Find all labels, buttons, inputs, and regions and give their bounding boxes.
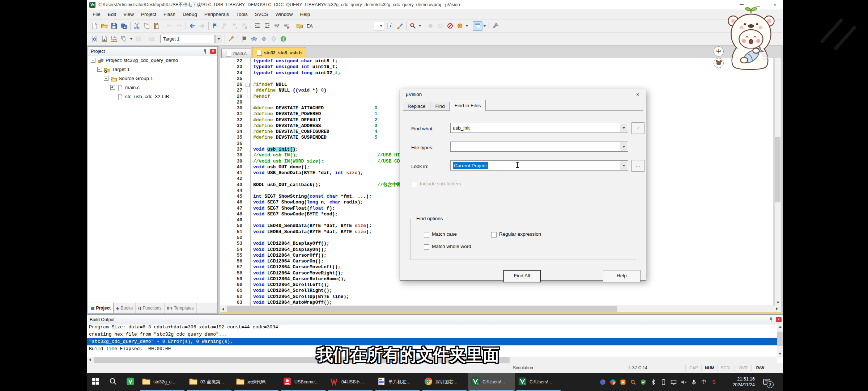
menu-item-edit[interactable]: Edit [104, 9, 120, 20]
browse-button[interactable]: ... [631, 160, 644, 172]
wand-icon[interactable] [226, 34, 236, 44]
build-vertical-scrollbar[interactable] [777, 324, 783, 357]
find-what-combobox[interactable]: usb_init [450, 123, 628, 133]
taskbar-button-folder[interactable]: 03.点亮第... [186, 373, 233, 391]
layers-icon[interactable] [249, 34, 259, 44]
scrollbar-thumb[interactable] [227, 306, 617, 312]
fold-marker-icon[interactable] [245, 88, 250, 93]
help-button[interactable]: Help [603, 270, 641, 282]
diamond-outline-icon[interactable] [269, 34, 278, 44]
tray-search-icon[interactable] [629, 378, 637, 386]
wrench-icon[interactable] [490, 21, 500, 31]
taskbar-clock[interactable]: 21:51:162024/11/24 [732, 373, 755, 391]
scroll-up-icon[interactable] [777, 324, 783, 330]
taskbar-button-search[interactable] [104, 373, 122, 391]
tray-shield-icon[interactable] [639, 378, 647, 386]
taskbar-button-wps[interactable]: 04USB不... [327, 373, 374, 391]
dropdown-caret-icon[interactable] [482, 21, 487, 31]
dialog-tab-find-in-files[interactable]: Find in Files [450, 100, 486, 111]
save-icon[interactable] [109, 21, 119, 31]
panel-tab-project[interactable]: ▦Project [88, 303, 114, 313]
project-panel-close-icon[interactable]: × [210, 49, 216, 54]
tree-item[interactable]: stc_usb_cdc_32.LIB [88, 92, 217, 101]
menu-item-flash[interactable]: Flash [160, 9, 179, 20]
copy-icon[interactable] [142, 21, 152, 31]
bookmark-prev-icon[interactable] [220, 21, 230, 31]
find-next-icon[interactable] [385, 21, 395, 31]
breakpoint-empty-icon[interactable] [435, 21, 445, 31]
tree-item[interactable]: Project: stc32g_cdc_query_demo [88, 56, 217, 65]
menu-item-debug[interactable]: Debug [179, 9, 201, 20]
menu-item-peripherals[interactable]: Peripherals [201, 9, 233, 20]
tree-item[interactable]: Source Group 1 [88, 74, 217, 83]
tree-expander-icon[interactable] [91, 58, 95, 63]
comment-icon[interactable] [272, 21, 282, 31]
editor-tab-stc32_stc8_usb.h[interactable]: stc32_stc8_usb.h [252, 47, 306, 58]
scroll-down-icon[interactable] [775, 299, 781, 306]
menu-item-svcs[interactable]: SVCS [251, 9, 272, 20]
tree-item[interactable]: main.c [88, 83, 217, 92]
indent-left-icon[interactable] [262, 21, 272, 31]
tray-display-icon[interactable] [669, 378, 677, 386]
tray-app-icon[interactable] [599, 378, 607, 386]
menu-item-file[interactable]: File [89, 9, 104, 20]
paste-icon[interactable] [152, 21, 161, 31]
editor-tab-main.c[interactable]: main.c [221, 48, 251, 58]
tray-box-icon[interactable] [619, 378, 627, 386]
target-select[interactable]: Target 1 [160, 35, 214, 43]
taskbar-button-folder[interactable]: 示例代码 [233, 373, 280, 391]
fold-marker-icon[interactable] [245, 94, 250, 100]
save-all-icon[interactable] [119, 21, 129, 31]
ime-language-button[interactable]: 中 [714, 46, 724, 56]
taskbar-button-green-app[interactable] [122, 373, 139, 391]
chevron-down-icon[interactable] [620, 142, 627, 151]
checkbox-match-whole-word[interactable] [424, 244, 429, 250]
tray-mic-icon[interactable] [690, 378, 698, 386]
breakpoint-kill-icon[interactable] [445, 21, 455, 31]
dialog-tab-replace[interactable]: Replace [403, 102, 430, 111]
download-icon[interactable]: LOAD [146, 34, 156, 44]
rebuild-icon[interactable] [109, 34, 119, 44]
panel-tab-functions[interactable]: {}Functions [136, 303, 165, 313]
editor-horizontal-scrollbar[interactable] [220, 306, 773, 312]
build-output-close-icon[interactable]: × [776, 317, 782, 322]
tree-expander-icon[interactable] [97, 67, 102, 72]
ime-menu-button[interactable] [714, 58, 724, 68]
taskbar-button-keil[interactable]: sC:\Users\... [515, 373, 562, 391]
menu-item-project[interactable]: Project [137, 9, 160, 20]
tree-expander-icon[interactable] [104, 76, 109, 81]
panel-tab-books[interactable]: ◆Books [114, 303, 136, 313]
include-subfolders-checkbox[interactable] [412, 182, 417, 187]
look-in-combobox[interactable]: Current Project [450, 160, 628, 171]
taskbar-button-mcu[interactable]: 单片机在... [374, 373, 421, 391]
target-select-arrow-icon[interactable] [215, 35, 222, 43]
bookmark-icon[interactable] [210, 21, 220, 31]
tray-pinwheel-icon[interactable] [609, 378, 617, 386]
redo-icon[interactable] [174, 21, 184, 31]
taskbar-button-folder[interactable]: stc32g_c... [139, 373, 186, 391]
config-folder-icon[interactable] [295, 21, 305, 31]
navigate-forward-icon[interactable] [197, 21, 207, 31]
fold-marker-icon[interactable] [245, 82, 250, 88]
pack-installer-icon[interactable] [278, 34, 288, 44]
checkbox-match-case[interactable] [424, 232, 429, 237]
diamond-icon[interactable] [259, 34, 269, 44]
tray-volume-icon[interactable] [680, 378, 688, 386]
new-file-icon[interactable] [90, 21, 99, 31]
checkbox-regular-expression[interactable] [491, 232, 497, 237]
open-folder-icon[interactable] [99, 21, 109, 31]
translate-icon[interactable] [90, 34, 99, 44]
taskbar-button-keil[interactable]: sC:\Users\... [468, 373, 515, 391]
tree-expander-icon[interactable] [110, 85, 115, 90]
dialog-tab-find[interactable]: Find [431, 102, 450, 111]
batch-build-icon[interactable] [119, 34, 129, 44]
stop-build-icon[interactable] [133, 34, 143, 44]
scroll-left-icon[interactable] [220, 306, 226, 312]
scroll-right-icon[interactable] [773, 306, 781, 312]
scrollbar-thumb[interactable] [777, 332, 783, 346]
tray-device-icon[interactable] [659, 378, 667, 386]
find-in-files-icon[interactable] [408, 21, 418, 31]
find-all-button[interactable]: Find All [503, 270, 541, 282]
chevron-down-icon[interactable] [620, 123, 627, 132]
breakpoint-filled-icon[interactable] [426, 21, 435, 31]
